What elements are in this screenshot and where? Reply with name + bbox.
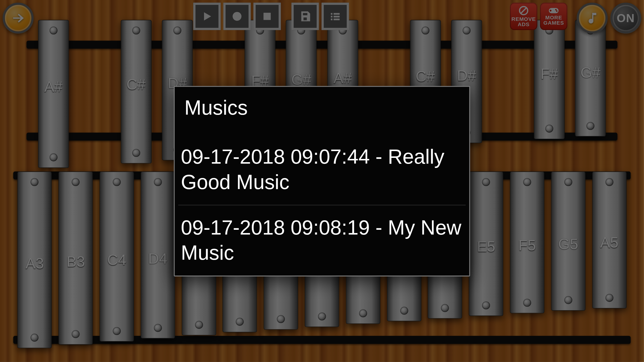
music-list-item[interactable]: 09-17-2018 09:07:44 - Really Good Music bbox=[175, 134, 469, 205]
musics-dialog: Musics 09-17-2018 09:07:44 - Really Good… bbox=[174, 86, 470, 276]
music-list-item[interactable]: 09-17-2018 09:08:19 - My New Music bbox=[175, 205, 469, 276]
dialog-title: Musics bbox=[175, 87, 469, 134]
